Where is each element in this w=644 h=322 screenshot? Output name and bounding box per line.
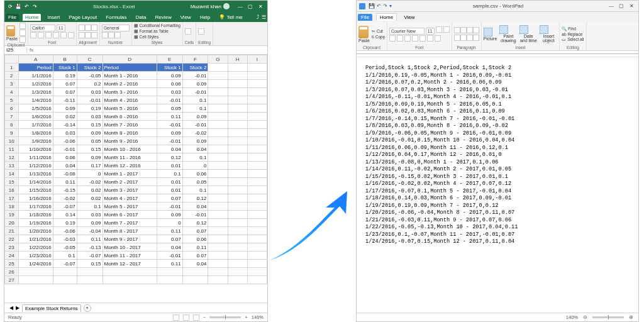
cell[interactable]: 0.02 [53,113,77,121]
column-header[interactable]: B [53,55,77,64]
comments-icon[interactable]: ☰ [262,14,266,20]
row-header[interactable]: 14 [5,170,19,178]
cell[interactable] [228,64,247,72]
cell[interactable]: 1/12/2016 [18,162,53,170]
cell[interactable]: 0.03 [77,211,103,219]
cell[interactable] [208,252,228,260]
column-header[interactable]: E [157,55,182,64]
wp-tab-home[interactable]: Home [376,13,397,21]
row-header[interactable]: 9 [5,129,19,137]
cell[interactable]: 1/1/2016 [18,72,53,80]
cell[interactable]: Month 1 - 2017 [103,170,157,178]
row-header[interactable]: 2 [5,72,19,80]
cell[interactable] [228,145,247,153]
format-painter-icon[interactable] [19,36,26,43]
cell[interactable] [228,121,247,129]
cell[interactable]: 1/9/2016 [18,137,53,145]
cell[interactable]: 0.07 [53,88,77,96]
cell[interactable]: 1/20/2016 [18,227,53,235]
wp-datetime-button[interactable]: Date and time [519,25,537,43]
comma-button[interactable] [114,32,121,38]
cell[interactable]: Month 5 - 2017 [103,203,157,211]
cell[interactable] [53,276,77,284]
row-header[interactable]: 26 [5,268,19,276]
cell[interactable]: 0.15 [77,121,103,129]
cell[interactable]: -0.07 [53,203,77,211]
wp-picture-button[interactable]: Picture [484,28,497,41]
wp-justify-button[interactable] [473,35,479,41]
wp-align-right-button[interactable] [467,35,473,41]
sheet-tab-active[interactable]: Example Stock Returns [22,304,81,312]
cell[interactable] [247,186,267,194]
cell[interactable] [247,137,267,145]
cell[interactable] [228,80,247,88]
cell[interactable]: -0.01 [157,252,182,260]
wp-tab-view[interactable]: View [401,14,418,21]
wp-strike-button[interactable] [412,35,418,42]
cell[interactable]: 0.06 [182,170,208,178]
cell[interactable]: Month 2 - 2017 [103,178,157,186]
cell[interactable] [77,276,103,284]
align-center-button[interactable] [85,32,91,38]
cell[interactable]: -0.01 [157,96,182,104]
cell[interactable]: 0.14 [53,211,77,219]
column-header[interactable]: H [228,55,247,64]
cell[interactable]: 0.09 [77,219,103,227]
cell[interactable]: -0.01 [157,137,182,145]
zoom-out-button[interactable]: − [203,314,206,320]
row-header[interactable]: 3 [5,80,19,88]
cell[interactable]: 1/23/2016 [18,252,53,260]
cell[interactable]: -0.02 [53,194,77,203]
zoom-slider[interactable] [209,316,241,318]
row-header[interactable]: 23 [5,243,19,252]
cell[interactable] [228,211,247,219]
cell[interactable] [157,268,182,276]
cell[interactable]: -0.15 [53,186,77,194]
ruler[interactable] [357,51,638,57]
cell[interactable]: 0.04 [157,145,182,153]
cell[interactable]: Stock 1 [53,64,77,72]
cell[interactable]: Month 9 - 2017 [103,235,157,243]
cell[interactable] [228,170,247,178]
cell[interactable]: Month 6 - 2016 [103,113,157,121]
cell[interactable]: 0.01 [157,162,182,170]
cell[interactable] [208,211,228,219]
cell[interactable]: 0.04 [157,243,182,252]
cell[interactable]: 1/14/2016 [18,178,53,186]
cell[interactable]: Month 8 - 2017 [103,227,157,235]
cell[interactable] [182,268,208,276]
cell[interactable]: 0.1 [157,170,182,178]
sort-filter-button[interactable] [198,28,204,35]
row-header[interactable]: 22 [5,235,19,243]
cell[interactable]: Month 10 - 2016 [103,145,157,153]
tab-page-layout[interactable]: Page Layout [66,14,99,21]
wp-object-button[interactable]: Insert object [540,25,557,43]
undo-icon[interactable]: ↶ [23,3,30,9]
view-pagebreak-icon[interactable] [193,314,199,321]
cell[interactable]: 0.05 [157,104,182,113]
cell[interactable]: 0.19 [53,72,77,80]
cell[interactable]: -0.01 [182,211,208,219]
cell[interactable] [247,170,267,178]
align-right-button[interactable] [91,32,97,38]
cell[interactable] [157,276,182,284]
font-color-button[interactable] [68,32,74,38]
wp-copy-button[interactable]: ⎘ Copy [372,35,385,39]
maximize-button[interactable]: ▢ [617,3,626,9]
cell[interactable] [247,227,267,235]
cell[interactable]: -0.01 [157,121,182,129]
tab-help[interactable]: Help [197,14,213,21]
cell[interactable]: 0.2 [77,80,103,88]
cell[interactable] [247,252,267,260]
cell[interactable] [228,96,247,104]
undo-icon[interactable]: ↶ [377,3,381,9]
new-sheet-button[interactable]: + [84,304,91,312]
cell[interactable] [208,64,228,72]
tab-file[interactable]: File [6,14,19,21]
cell[interactable] [247,121,267,129]
align-middle-button[interactable] [85,25,91,31]
wp-subscript-button[interactable] [419,35,426,42]
wp-highlight-button[interactable] [427,35,433,42]
cell[interactable] [208,186,228,194]
cell[interactable]: 0.1 [182,104,208,113]
